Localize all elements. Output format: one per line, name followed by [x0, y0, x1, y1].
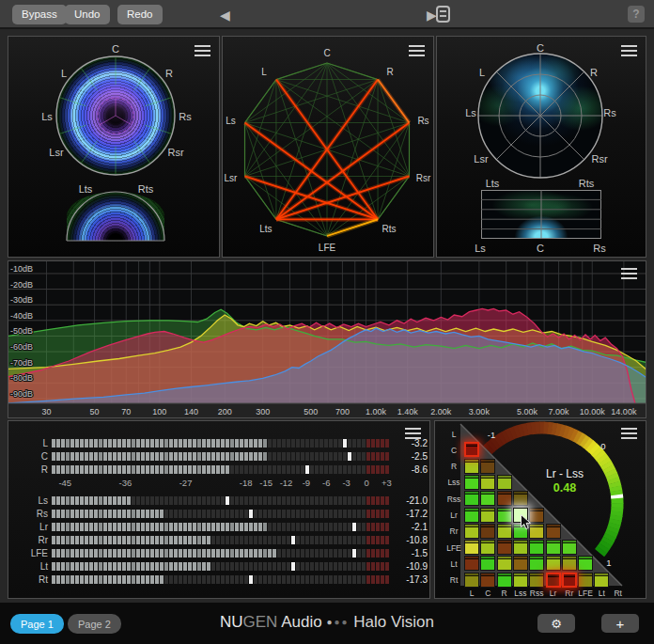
meter-segment	[272, 523, 276, 531]
matrix-cell-lfe-r[interactable]	[497, 540, 512, 555]
meters-menu-icon[interactable]	[405, 428, 421, 439]
meter-segment	[183, 452, 187, 461]
matrix-cell-rr-c[interactable]	[480, 524, 495, 539]
matrix-cell-rt-rr[interactable]	[562, 573, 577, 588]
matrix-cell-lt-rss[interactable]	[529, 556, 544, 571]
meter-segment	[52, 562, 55, 571]
matrix-cell-lt-lss[interactable]	[513, 556, 528, 571]
preset-list-icon[interactable]	[436, 6, 450, 23]
matrix-cell-lt-r[interactable]	[497, 556, 512, 571]
meter-segment	[230, 465, 234, 474]
meter-segment	[376, 439, 380, 448]
meter-segment	[258, 536, 262, 544]
undo-button[interactable]: Undo	[65, 5, 110, 24]
web-menu-icon[interactable]	[409, 45, 425, 56]
meter-segment	[371, 510, 375, 518]
gauge-zero-label: 0	[600, 441, 605, 451]
meter-segment	[75, 452, 79, 461]
matrix-cell-lfe-lss[interactable]	[513, 540, 528, 555]
matrix-cell-lt-lr[interactable]	[546, 556, 561, 571]
meter-segment	[334, 452, 337, 461]
matrix-cell-lr-r[interactable]	[497, 508, 512, 523]
meter-segment	[99, 562, 102, 571]
matrix-cell-rss-l[interactable]	[464, 491, 479, 506]
matrix-cell-lss-c[interactable]	[480, 475, 495, 490]
matrix-cell-rr-l[interactable]	[464, 524, 479, 539]
matrix-menu-icon[interactable]	[621, 428, 637, 439]
location-menu-icon[interactable]	[621, 45, 637, 56]
matrix-col-label-r: R	[502, 589, 507, 598]
meter-segment	[160, 465, 164, 474]
matrix-cell-r-l[interactable]	[464, 459, 479, 474]
web-node-label-rs: Rs	[417, 116, 428, 126]
meter-segment	[226, 575, 229, 584]
meter-segment	[381, 510, 384, 518]
matrix-cell-lr-l[interactable]	[464, 508, 479, 523]
matrix-cell-lfe-lr[interactable]	[546, 540, 561, 555]
matrix-cell-c-l[interactable]	[464, 442, 479, 457]
matrix-cell-lss-l[interactable]	[464, 475, 479, 490]
web-node-label-lfe: LFE	[319, 243, 336, 253]
meter-segment	[155, 549, 159, 558]
meter-segment	[221, 439, 225, 448]
bypass-button[interactable]: Bypass	[12, 5, 67, 24]
halo-menu-icon[interactable]	[195, 45, 210, 56]
matrix-cell-r-c[interactable]	[480, 459, 495, 474]
redo-button[interactable]: Redo	[117, 5, 163, 24]
meter-segment	[103, 496, 107, 505]
matrix-cell-lt-rr[interactable]	[562, 556, 577, 571]
meter-segment	[362, 523, 366, 531]
meter-segment	[385, 536, 389, 544]
matrix-cell-lt-lfe[interactable]	[578, 556, 593, 571]
meter-segment	[221, 536, 225, 544]
meter-segment	[329, 549, 333, 558]
matrix-row-label-rss: Rss	[447, 495, 461, 504]
meter-segment	[338, 439, 342, 448]
halo-label-rsr: Rsr	[167, 147, 183, 158]
meter-segment	[319, 523, 323, 531]
matrix-cell-lr-c[interactable]	[480, 508, 495, 523]
matrix-cell-rt-lr[interactable]	[546, 573, 561, 588]
meter-segment	[258, 496, 262, 505]
meter-segment	[352, 562, 356, 571]
matrix-cell-rt-lt[interactable]	[594, 573, 609, 588]
matrix-cell-lt-c[interactable]	[480, 556, 495, 571]
matrix-cell-rss-r[interactable]	[497, 491, 512, 506]
matrix-cell-rt-c[interactable]	[480, 573, 495, 588]
matrix-cell-rt-rss[interactable]	[529, 573, 544, 588]
meter-segment	[249, 510, 253, 518]
matrix-cell-rt-r[interactable]	[497, 573, 512, 588]
meter-segment	[282, 496, 286, 505]
matrix-cell-lss-r[interactable]	[497, 475, 512, 490]
meter-segment	[197, 496, 201, 505]
matrix-cell-rr-r[interactable]	[497, 524, 512, 539]
settings-button[interactable]: ⚙	[537, 614, 575, 633]
matrix-cell-rt-l[interactable]	[464, 573, 479, 588]
meter-segment	[99, 465, 102, 474]
meter-segment	[216, 523, 220, 531]
meter-segment	[305, 575, 309, 584]
meter-segment	[202, 439, 206, 448]
matrix-row-label-r: R	[451, 462, 457, 471]
matrix-cell-lfe-rss[interactable]	[529, 540, 544, 555]
matrix-cell-lt-l[interactable]	[464, 556, 479, 571]
meter-segment	[338, 452, 342, 461]
matrix-cell-rt-lfe[interactable]	[578, 573, 593, 588]
meter-segment	[164, 523, 168, 531]
matrix-cell-rr-lr[interactable]	[546, 524, 561, 539]
matrix-cell-lfe-rr[interactable]	[562, 540, 577, 555]
meter-segment	[272, 439, 276, 448]
help-button[interactable]: ?	[628, 6, 645, 23]
location-panel: CLRLsRsLsrRsrLtsRtsLsCRs	[436, 36, 646, 258]
prev-preset-icon[interactable]: ◀	[214, 4, 236, 26]
meter-segment	[381, 549, 384, 558]
add-module-button[interactable]: +	[601, 614, 639, 633]
matrix-cell-rss-c[interactable]	[480, 491, 495, 506]
matrix-cell-rss-lss[interactable]	[513, 491, 528, 506]
matrix-cell-lfe-c[interactable]	[480, 540, 495, 555]
meter-segment	[329, 452, 333, 461]
matrix-cell-lfe-l[interactable]	[464, 540, 479, 555]
meter-segment	[235, 523, 239, 531]
spectrum-menu-icon[interactable]	[621, 268, 637, 279]
matrix-cell-rt-lss[interactable]	[513, 573, 528, 588]
